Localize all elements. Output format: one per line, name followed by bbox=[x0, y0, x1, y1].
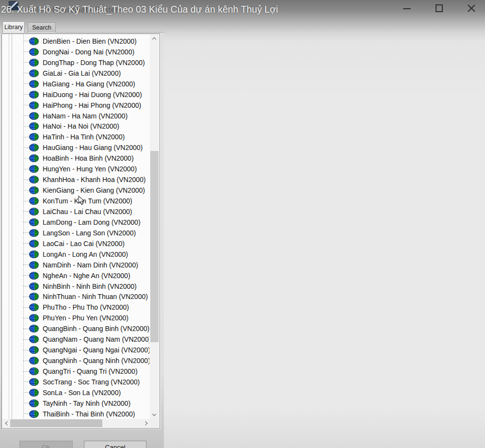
globe-icon bbox=[29, 410, 39, 418]
tree-connector bbox=[23, 180, 29, 180]
tree-item-label: DongNai - Dong Nai (VN2000) bbox=[43, 48, 134, 56]
tree-item[interactable]: LongAn - Long An (VN2000) bbox=[2, 249, 149, 260]
tree-connector bbox=[23, 232, 29, 233]
tree-item[interactable]: NinhBinh - Ninh Binh (VN2000) bbox=[2, 281, 149, 292]
tree-item-label: HoaBinh - Hoa Binh (VN2000) bbox=[43, 154, 134, 162]
tree-item-label: HauGiang - Hau Giang (VN2000) bbox=[43, 144, 143, 151]
tree-item[interactable]: DongNai - Dong Nai (VN2000) bbox=[2, 47, 149, 57]
tree-item[interactable]: HaNam - Ha Nam (VN2000) bbox=[2, 111, 149, 121]
tree-item[interactable]: NinhThuan - Ninh Thuan (VN2000) bbox=[2, 292, 149, 302]
tab-search[interactable]: Search bbox=[28, 22, 56, 33]
tree-item[interactable]: HaiDuong - Hai Duong (VN2000) bbox=[2, 89, 149, 100]
globe-icon bbox=[29, 335, 39, 343]
globe-icon bbox=[29, 186, 39, 194]
tab-library[interactable]: Library bbox=[2, 21, 25, 33]
cancel-button[interactable]: Cancel bbox=[84, 441, 146, 448]
tree-item[interactable]: KhanhHoa - Khanh Hoa (VN2000) bbox=[2, 174, 149, 185]
tree-item-label: LongAn - Long An (VN2000) bbox=[43, 250, 128, 258]
tree-item-label: PhuYen - Phu Yen (VN2000) bbox=[43, 314, 129, 322]
close-button[interactable] bbox=[463, 0, 479, 17]
minimize-button[interactable] bbox=[399, 0, 415, 17]
tree-item[interactable]: HaTinh - Ha Tinh (VN2000) bbox=[2, 132, 149, 142]
tree-connector bbox=[23, 254, 29, 254]
tree-connector bbox=[23, 83, 29, 84]
tree-connector bbox=[23, 329, 29, 329]
tree-item-label: QuangNinh - Quang Ninh (VN2000) bbox=[43, 357, 149, 365]
tree-item[interactable]: QuangBinh - Quang Binh (VN2000) bbox=[2, 323, 149, 334]
minimize-icon bbox=[403, 8, 411, 9]
tree-item-label: QuangNam - Quang Nam (VN2000) bbox=[43, 335, 149, 343]
tree-item[interactable]: QuangNinh - Quang Ninh (VN2000) bbox=[2, 355, 149, 366]
tree-item-label: PhuTho - Phu Tho (VN2000) bbox=[43, 303, 129, 311]
tree-item-label: QuangTri - Quang Tri (VN2000) bbox=[43, 367, 138, 375]
tree-item[interactable]: LaiChau - Lai Chau (VN2000) bbox=[2, 206, 149, 217]
tree-item[interactable]: KonTum - Kon Tum (VN2000) bbox=[2, 196, 149, 206]
scroll-right-button[interactable] bbox=[142, 419, 150, 428]
globe-icon bbox=[29, 282, 39, 290]
tree-item[interactable]: NamDinh - Nam Dinh (VN2000) bbox=[2, 260, 149, 270]
tree-item[interactable]: TayNinh - Tay Ninh (VN2000) bbox=[2, 398, 149, 409]
tree-item[interactable]: DongThap - Dong Thap (VN2000) bbox=[2, 57, 149, 68]
tree-connector bbox=[23, 116, 29, 116]
globe-icon bbox=[29, 367, 39, 375]
tree-item-label: TayNinh - Tay Ninh (VN2000) bbox=[43, 399, 130, 407]
tree-item-label: HungYen - Hung Yen (VN2000) bbox=[43, 165, 137, 173]
globe-icon bbox=[29, 399, 39, 407]
tree-item[interactable]: LangSon - Lang Son (VN2000) bbox=[2, 228, 149, 238]
scroll-up-button[interactable] bbox=[150, 34, 159, 43]
tree-item[interactable]: HauGiang - Hau Giang (VN2000) bbox=[2, 142, 149, 153]
tree-item-label: ThaiBinh - Thai Binh (VN2000) bbox=[43, 410, 135, 418]
tree-item[interactable]: SocTrang - Soc Trang (VN2000) bbox=[2, 377, 149, 387]
scroll-down-button[interactable] bbox=[150, 411, 159, 419]
tree-item[interactable]: ThaiBinh - Thai Binh (VN2000) bbox=[2, 409, 149, 419]
tree-connector bbox=[23, 339, 29, 340]
tree-item[interactable]: DienBien - Dien Bien (VN2000) bbox=[2, 36, 149, 47]
tree-item[interactable]: LamDong - Lam Dong (VN2000) bbox=[2, 217, 149, 228]
tree-item[interactable]: HungYen - Hung Yen (VN2000) bbox=[2, 164, 149, 174]
tree-item[interactable]: QuangNgai - Quang Ngai (VN2000) bbox=[2, 345, 149, 355]
tree-item[interactable]: NgheAn - Nghe An (VN2000) bbox=[2, 270, 149, 281]
globe-icon bbox=[29, 133, 39, 141]
globe-icon bbox=[29, 218, 39, 226]
tree-item[interactable]: KienGiang - Kien Giang (VN2000) bbox=[2, 185, 149, 196]
tree-connector bbox=[23, 371, 29, 372]
globe-icon bbox=[29, 69, 39, 77]
tree-item[interactable]: PhuTho - Phu Tho (VN2000) bbox=[2, 302, 149, 313]
tree-item-label: HaNam - Ha Nam (VN2000) bbox=[43, 112, 128, 120]
coordinate-system-list: DienBien - Dien Bien (VN2000) DongNai - … bbox=[1, 33, 160, 429]
tree-item-label: QuangBinh - Quang Binh (VN2000) bbox=[43, 325, 149, 332]
tree-connector bbox=[23, 158, 29, 159]
globe-icon bbox=[29, 272, 39, 280]
tree-item-label: HaiDuong - Hai Duong (VN2000) bbox=[43, 91, 142, 99]
maximize-button[interactable] bbox=[431, 0, 447, 17]
horizontal-scrollbar-thumb[interactable] bbox=[10, 419, 102, 427]
globe-icon bbox=[29, 165, 39, 173]
chevron-up-icon bbox=[152, 37, 156, 41]
globe-icon bbox=[29, 59, 39, 66]
tree-item[interactable]: LaoCai - Lao Cai (VN2000) bbox=[2, 238, 149, 249]
scroll-left-button[interactable] bbox=[2, 419, 11, 428]
tree-item[interactable]: HaiPhong - Hai Phong (VN2000) bbox=[2, 100, 149, 111]
tree-item[interactable]: SonLa - Son La (VN2000) bbox=[2, 387, 149, 398]
title-bar: Select Coordinate System 26. Xuất Hồ Sơ … bbox=[0, 0, 485, 20]
vertical-scrollbar[interactable] bbox=[150, 34, 159, 419]
tree-item[interactable]: QuangNam - Quang Nam (VN2000) bbox=[2, 334, 149, 345]
tree-item[interactable]: HaNoi - Ha Noi (VN2000) bbox=[2, 121, 149, 132]
chevron-down-icon bbox=[152, 412, 156, 416]
close-icon bbox=[467, 4, 476, 13]
tree-item-label: KienGiang - Kien Giang (VN2000) bbox=[43, 186, 145, 194]
tree-item-label: SocTrang - Soc Trang (VN2000) bbox=[43, 378, 140, 386]
tree-item[interactable]: HaGiang - Ha Giang (VN2000) bbox=[2, 79, 149, 89]
globe-icon bbox=[29, 48, 39, 56]
vertical-scrollbar-thumb[interactable] bbox=[150, 151, 159, 342]
tree-item[interactable]: QuangTri - Quang Tri (VN2000) bbox=[2, 366, 149, 377]
ok-button[interactable]: Ok bbox=[19, 441, 73, 448]
tree-item-label: LamDong - Lam Dong (VN2000) bbox=[43, 218, 141, 226]
tree-item[interactable]: PhuYen - Phu Yen (VN2000) bbox=[2, 313, 149, 323]
tree-item[interactable]: GiaLai - Gia Lai (VN2000) bbox=[2, 68, 149, 79]
tree-item[interactable]: HoaBinh - Hoa Binh (VN2000) bbox=[2, 153, 149, 164]
globe-icon bbox=[29, 389, 39, 397]
horizontal-scrollbar[interactable] bbox=[2, 419, 150, 428]
tree-connector bbox=[23, 137, 29, 137]
tree-item-label: SonLa - Son La (VN2000) bbox=[43, 389, 121, 397]
